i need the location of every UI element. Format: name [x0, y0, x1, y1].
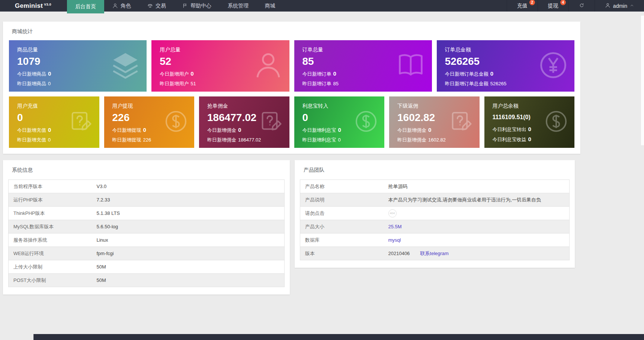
- interest-transfer-in-card: 利息宝转入0今日新增利息宝0昨日新增利息宝0: [294, 96, 385, 148]
- product-size-link[interactable]: 25.5M: [388, 224, 402, 229]
- nav-menu: 后台首页角色交易帮助中心系统管理商城: [67, 0, 283, 12]
- yen-icon: [538, 50, 568, 80]
- stat-card-line2-value: 0: [48, 81, 51, 86]
- stat-card-line1-value: 0: [428, 127, 431, 133]
- stat-card-title: 用户总余额: [493, 103, 567, 109]
- nav-item-label: 商城: [265, 3, 275, 9]
- product-team-row-label: 版本: [300, 247, 384, 260]
- dollar-icon: [354, 109, 378, 134]
- refresh-button[interactable]: [568, 0, 595, 12]
- stat-card-line2-value: 51: [190, 81, 196, 86]
- system-info-row-label: MySQL数据库版本: [9, 220, 92, 233]
- user-icon: [605, 3, 611, 9]
- stat-card-icon-wrap: [253, 50, 283, 82]
- scrollbar[interactable]: [641, 16, 644, 145]
- stat-card-line2-value: 186477.02: [238, 137, 261, 143]
- stat-card-line1-value: 0: [48, 127, 51, 133]
- dollar-icon: [544, 109, 568, 134]
- product-team-row: 产品说明本产品只为学习测试交流,请勿要做商业或者用于违法行为,一切后果自负: [300, 193, 570, 207]
- sub-rebate-card: 下级返佣1602.82今日新增佣金0昨日新增佣金1602.82: [389, 96, 480, 148]
- recharge-label: 充值: [517, 3, 528, 9]
- stat-card-icon-wrap: [449, 109, 474, 135]
- user-withdraw-card: 用户提现226今日新增提现0昨日新增提现226: [104, 96, 195, 148]
- withdraw-badge: 4: [560, 0, 566, 5]
- user-total-balance-card: 用户总余额1116109.51(0)今日利息宝转出0今日利息宝收益0: [484, 96, 575, 148]
- user-recharge-card: 用户充值0今日新增充值0昨日新增充值0: [9, 96, 99, 148]
- stat-card-line2: 昨日新增充值0: [17, 137, 91, 143]
- system-info-row-label: 运行PHP版本: [9, 193, 92, 207]
- product-team-row: 产品名称抢单源码: [300, 180, 570, 193]
- nav-item-mall[interactable]: 商城: [257, 0, 283, 12]
- brand-logo[interactable]: Geminist V3.0: [0, 0, 67, 12]
- withdraw-button[interactable]: 提现 4: [538, 0, 568, 12]
- system-info-row: MySQL数据库版本5.6.50-log: [9, 220, 285, 233]
- stat-card-line2-value: 0: [338, 137, 341, 143]
- person-icon: [112, 3, 118, 9]
- nav-right: 充值 2 提现 4 admin: [507, 0, 644, 12]
- system-info-row-value: Linux: [92, 233, 285, 247]
- product-team-row: 请勿点击404: [300, 207, 570, 220]
- system-info-row: 当前程序版本V3.0: [9, 180, 285, 193]
- stat-card-line1-value: 0: [48, 70, 51, 77]
- stat-card-line2-value: 0: [48, 137, 51, 143]
- nav-item-roles[interactable]: 角色: [104, 0, 139, 12]
- stat-card-line2-value: 0: [528, 136, 531, 142]
- total-products-card: 商品总量1079今日新增商品0昨日新增商品0: [9, 40, 147, 92]
- stat-card-line2: 今日利息宝收益0: [493, 136, 567, 143]
- mall-stats-panel: 商城统计 商品总量1079今日新增商品0昨日新增商品0用户总量52今日新增用户0…: [3, 22, 580, 154]
- recharge-button[interactable]: 充值 2: [507, 0, 538, 12]
- total-orders-card: 订单总量85今日新增订单0昨日新增订单85: [294, 40, 432, 92]
- system-info-row-value: 5.1.38 LTS: [92, 207, 285, 220]
- brand-name: Geminist: [15, 2, 43, 10]
- stat-card-title: 利息宝转入: [302, 103, 377, 109]
- stat-card-title: 抢单佣金: [207, 103, 281, 109]
- stat-card-icon-wrap: [538, 50, 568, 82]
- scales-icon: [147, 3, 153, 9]
- nav-item-system-manage[interactable]: 系统管理: [220, 0, 257, 12]
- database-link[interactable]: mysql: [388, 237, 401, 243]
- withdraw-label: 提现: [548, 3, 558, 9]
- product-team-row-label: 产品说明: [300, 193, 384, 207]
- chevUp-icon: [630, 4, 634, 8]
- mall-stats-title: 商城统计: [12, 28, 574, 35]
- nav-item-label: 角色: [121, 3, 131, 9]
- product-team-row-label: 数据库: [300, 233, 384, 247]
- stat-card-title: 下级返佣: [397, 103, 471, 109]
- refresh-icon: [579, 3, 584, 8]
- product-team-row-value: 抢单源码: [384, 180, 570, 193]
- telegram-link[interactable]: 联系telegram: [420, 251, 449, 256]
- stat-card-line1-value: 0: [338, 127, 341, 133]
- stat-card-line1-value: 0: [238, 127, 241, 133]
- nav-item-label: 系统管理: [228, 3, 249, 9]
- system-info-row-value: V3.0: [92, 180, 285, 193]
- product-team-title: 产品团队: [304, 167, 570, 174]
- system-info-row-value: 5.6.50-log: [92, 220, 285, 233]
- system-info-row-label: 当前程序版本: [9, 180, 92, 193]
- nav-item-label: 后台首页: [75, 3, 96, 10]
- bottom-section: 系统信息 当前程序版本V3.0运行PHP版本7.2.33ThinkPHP版本5.…: [3, 160, 580, 295]
- user-name: admin: [613, 3, 627, 9]
- system-info-row-label: 上传大小限制: [9, 260, 92, 274]
- person-icon: [253, 50, 283, 80]
- nav-item-trade[interactable]: 交易: [139, 0, 174, 12]
- product-team-row-value: 404: [384, 207, 570, 220]
- stat-card-icon-wrap: [69, 109, 93, 135]
- system-info-panel: 系统信息 当前程序版本V3.0运行PHP版本7.2.33ThinkPHP版本5.…: [3, 160, 290, 295]
- product-team-row-value: 本产品只为学习测试交流,请勿要做商业或者用于违法行为,一切后果自负: [384, 193, 570, 207]
- nav-item-help-center[interactable]: 帮助中心: [174, 0, 220, 12]
- 404-badge[interactable]: 404: [388, 209, 397, 217]
- total-users-card: 用户总量52今日新增用户0昨日新增用户51: [151, 40, 289, 92]
- system-info-row-value: 50M: [92, 260, 285, 274]
- stat-card-line1-value: 0: [333, 70, 336, 77]
- product-team-row-value: 20210406联系telegram: [384, 247, 570, 260]
- product-team-row-label: 产品大小: [300, 220, 384, 233]
- system-info-row-label: ThinkPHP版本: [9, 207, 92, 220]
- stat-card-line1-value: 0: [490, 70, 493, 77]
- system-info-row: 运行PHP版本7.2.33: [9, 193, 285, 207]
- system-info-row-label: POST大小限制: [9, 274, 92, 287]
- stat-card-line1-value: 0: [143, 127, 146, 133]
- system-info-row-value: 7.2.33: [92, 193, 285, 207]
- main-content: 商城统计 商品总量1079今日新增商品0昨日新增商品0用户总量52今日新增用户0…: [3, 22, 580, 295]
- nav-item-home[interactable]: 后台首页: [67, 0, 104, 13]
- user-menu[interactable]: admin: [595, 0, 644, 12]
